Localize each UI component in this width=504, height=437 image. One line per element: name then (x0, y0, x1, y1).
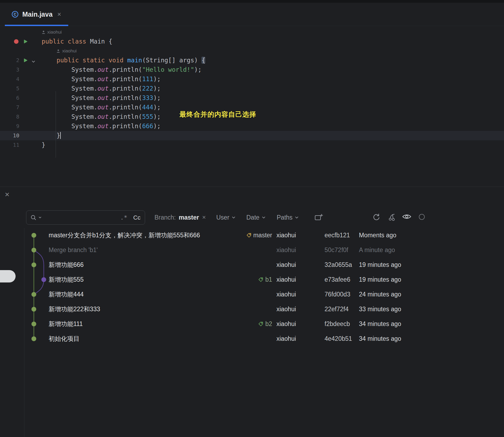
window-titlebar (0, 0, 504, 3)
new-log-tab-icon[interactable] (314, 213, 323, 222)
run-icon[interactable] (23, 39, 28, 44)
user-filter-label: User (216, 214, 229, 221)
line-number: 2 (4, 56, 19, 65)
run-chevron-icon[interactable] (32, 59, 35, 64)
svg-text:C: C (14, 12, 16, 16)
commit-row[interactable]: 新增功能222和333xiaohui22ef72f433 minutes ago (24, 302, 504, 317)
commit-row[interactable]: 新增功能666xiaohui32a0655a19 minutes ago (24, 257, 504, 272)
code-text: System.out.println(333); (42, 93, 161, 103)
commit-row[interactable]: Merge branch 'b1'xiaohui50c72f0fA minute… (24, 243, 504, 257)
commit-hash: 32a0655a (325, 257, 352, 272)
commit-message: 新增功能666 (49, 257, 84, 272)
code-text: System.out.println("Hello world!"); (42, 65, 201, 74)
commit-message: 新增功能222和333 (49, 302, 100, 317)
search-box[interactable]: .* Cc (26, 210, 145, 225)
refresh-icon[interactable] (372, 213, 380, 222)
branch-filter-value[interactable]: master (179, 214, 199, 221)
eye-icon[interactable] (402, 213, 411, 221)
branch-tag[interactable]: b2 (239, 317, 272, 331)
code-line: 9 System.out.println(666); (0, 121, 504, 131)
chevron-down-icon (232, 216, 235, 219)
indent-guide (56, 91, 56, 158)
paths-filter[interactable]: Paths (277, 209, 298, 226)
line-number: 5 (4, 84, 19, 93)
commit-message: Merge branch 'b1' (49, 243, 98, 257)
commit-time: A minute ago (359, 243, 395, 257)
cherry-pick-icon[interactable] (388, 213, 396, 222)
date-filter-label: Date (246, 214, 260, 221)
code-line: 10 } (0, 131, 504, 140)
match-case-toggle-button[interactable]: Cc (133, 214, 141, 221)
commit-row[interactable]: master分支合并b1分支，解决冲突，新增功能555和666masterxia… (24, 228, 504, 243)
code-vision-author: xiaohui (0, 27, 504, 37)
code-editor[interactable]: xiaohuipublic class Main {xiaohui2 publi… (0, 26, 504, 187)
author-label: xiaohui (47, 27, 62, 37)
breakpoint-icon[interactable] (14, 39, 19, 44)
git-log-toolbar: .* Cc Branch: master ✕ User Date Paths (0, 209, 504, 226)
commit-message: 新增功能555 (49, 272, 84, 287)
code-text: System.out.println(111); (42, 74, 161, 84)
commit-author: xiaohui (276, 287, 296, 302)
commit-message: 新增功能111 (49, 317, 83, 331)
author-icon (56, 49, 60, 53)
author-icon (42, 30, 45, 34)
commit-time: 19 minutes ago (359, 257, 401, 272)
commit-author: xiaohui (276, 272, 296, 287)
commit-author: xiaohui (276, 302, 296, 317)
commit-time: 34 minutes ago (359, 317, 401, 331)
search-history-chevron-icon[interactable] (39, 217, 41, 219)
code-line: 6 System.out.println(333); (0, 93, 504, 103)
commit-time: 34 minutes ago (359, 331, 401, 346)
commit-rows: master分支合并b1分支，解决冲突，新增功能555和666masterxia… (24, 228, 504, 346)
commit-row[interactable]: 新增功能111b2xiaohuif2bdeecb34 minutes ago (24, 317, 504, 331)
chevron-down-icon (295, 216, 298, 219)
code-line: 2 public static void main(String[] args)… (0, 56, 504, 65)
commit-hash: 76fd00d3 (325, 287, 350, 302)
tool-window-handle[interactable] (0, 270, 16, 282)
branch-tag[interactable]: b1 (239, 272, 272, 287)
code-vision-author: xiaohui (0, 46, 504, 56)
line-number: 3 (4, 65, 19, 74)
code-line: 11} (0, 140, 504, 150)
code-text: } (42, 140, 45, 150)
commit-row[interactable]: 新增功能555b1xiaohuie73afee619 minutes ago (24, 272, 504, 287)
search-icon (31, 215, 37, 221)
paths-filter-label: Paths (277, 214, 293, 221)
tag-icon (258, 277, 263, 282)
commit-time: Moments ago (359, 228, 396, 243)
commit-hash: e73afee6 (325, 272, 350, 287)
editor-tab-bar: C Main.java ✕ (0, 3, 504, 26)
commit-author: xiaohui (276, 257, 296, 272)
line-number: 11 (4, 140, 19, 150)
tab-close-icon[interactable]: ✕ (56, 12, 62, 17)
line-number: 4 (4, 74, 19, 84)
code-line: 3 System.out.println("Hello world!"); (0, 65, 504, 74)
line-number: 7 (4, 103, 19, 112)
commit-message: master分支合并b1分支，解决冲突，新增功能555和666 (49, 228, 200, 243)
line-number: 8 (4, 112, 19, 121)
toolbar-extra-icon[interactable] (418, 213, 426, 222)
git-commit-list[interactable]: master分支合并b1分支，解决冲突，新增功能555和666masterxia… (24, 228, 504, 437)
code-text: System.out.println(444); (42, 103, 161, 112)
search-input[interactable] (44, 214, 118, 221)
commit-time: 24 minutes ago (359, 287, 401, 302)
line-number: 10 (4, 131, 19, 140)
code-text: public class Main { (42, 37, 112, 46)
branch-tag[interactable]: master (239, 228, 272, 243)
code-line: 4 System.out.println(111); (0, 74, 504, 84)
chevron-down-icon (262, 216, 265, 219)
tab-main-java[interactable]: C Main.java ✕ (5, 3, 68, 26)
run-icon[interactable] (23, 58, 28, 63)
date-filter[interactable]: Date (246, 209, 265, 226)
commit-row[interactable]: 初始化项目xiaohui4e420b5134 minutes ago (24, 331, 504, 346)
commit-hash: f2bdeecb (325, 317, 350, 331)
line-number: 6 (4, 93, 19, 103)
regex-toggle-button[interactable]: .* (120, 214, 128, 221)
user-filter[interactable]: User (216, 209, 235, 226)
branch-filter-close-icon[interactable]: ✕ (202, 214, 206, 220)
tab-label: Main.java (22, 10, 53, 18)
panel-close-icon[interactable]: ✕ (5, 192, 10, 198)
branch-filter[interactable]: Branch: master ✕ (154, 209, 206, 226)
commit-hash: 22ef72f4 (325, 302, 349, 317)
commit-row[interactable]: 新增功能444xiaohui76fd00d324 minutes ago (24, 287, 504, 302)
